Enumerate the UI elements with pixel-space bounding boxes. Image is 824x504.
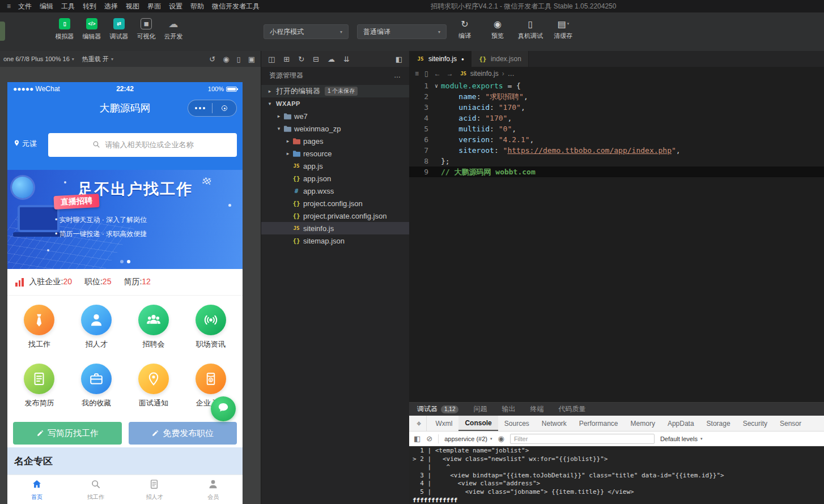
grid-item-find-talent[interactable]: 招人才 bbox=[68, 305, 125, 353]
devtools-tab-Sensor[interactable]: Sensor bbox=[774, 416, 808, 431]
hot-reload-toggle[interactable]: 热重载 开 ▾ bbox=[82, 55, 113, 63]
clear-cache-button[interactable]: ▤▾清缓存 bbox=[549, 18, 577, 40]
devtools-tab-Security[interactable]: Security bbox=[737, 416, 774, 431]
split-editor-icon[interactable]: ◧ bbox=[396, 55, 402, 63]
console-line[interactable]: 1 | <template name="joblist"> bbox=[413, 447, 824, 455]
cloud-dev-toggle[interactable]: ☁云开发 bbox=[160, 18, 187, 41]
search-input[interactable]: 请输入相关职位或企业名称 bbox=[48, 133, 237, 157]
tree-item-project.private.config.json[interactable]: {}project.private.config.json bbox=[261, 210, 409, 222]
context-select[interactable]: appservice (#2) ▾ bbox=[444, 435, 492, 442]
clear-console-icon[interactable]: ⊘ bbox=[426, 434, 432, 443]
tab-find-talent[interactable]: 招人才 bbox=[125, 475, 184, 504]
project-root[interactable]: ▾ WXAPP bbox=[261, 97, 409, 110]
menu-item-4[interactable]: 选择 bbox=[100, 2, 122, 11]
console-line[interactable]: 5 | <view class="jobname"> {{item.title}… bbox=[413, 488, 824, 497]
code-area[interactable]: 1∨module.exports = {2 name: "求职招聘",3 uni… bbox=[409, 80, 824, 402]
back-icon[interactable]: ← bbox=[434, 70, 441, 78]
log-levels-select[interactable]: Default levels ▾ bbox=[660, 435, 703, 442]
sidebar-toggle-icon[interactable]: ◧ bbox=[414, 434, 421, 443]
tab-home[interactable]: 首页 bbox=[7, 475, 66, 504]
tree-item-weixinmao_zp[interactable]: ▾weixinmao_zp bbox=[261, 122, 409, 135]
window-menu-icon[interactable]: ≡ bbox=[3, 2, 14, 10]
inspect-element-icon[interactable]: ⌖ bbox=[411, 416, 427, 431]
code-line-3[interactable]: 3 uniacid: "170", bbox=[409, 102, 824, 113]
user-avatar[interactable] bbox=[0, 22, 5, 41]
code-line-8[interactable]: 8 }; bbox=[409, 156, 824, 166]
devtools-tab-Network[interactable]: Network bbox=[536, 416, 573, 431]
tree-item-pages[interactable]: ▸pages bbox=[261, 135, 409, 147]
menu-item-9[interactable]: 微信开发者工具 bbox=[208, 2, 264, 11]
open-editors-section[interactable]: ▸ 打开的编辑器 1 个未保存 bbox=[261, 85, 409, 97]
panel-tab-output[interactable]: 输出 bbox=[502, 404, 515, 414]
grid-item-post-resume[interactable]: 发布简历 bbox=[11, 364, 68, 412]
menu-item-8[interactable]: 帮助 bbox=[186, 2, 208, 11]
tree-item-resource[interactable]: ▸resource bbox=[261, 147, 409, 160]
code-line-1[interactable]: 1∨module.exports = { bbox=[409, 80, 824, 91]
menu-item-2[interactable]: 工具 bbox=[57, 2, 79, 11]
new-folder-icon[interactable]: ⊞ bbox=[283, 55, 290, 63]
new-file-icon[interactable]: ◫ bbox=[268, 55, 275, 63]
code-line-6[interactable]: 6 version: "4.2.1", bbox=[409, 134, 824, 145]
tab-find-job[interactable]: 找工作 bbox=[66, 475, 125, 504]
location-button[interactable]: 元谋 bbox=[13, 139, 37, 149]
tree-item-app.json[interactable]: {}app.json bbox=[261, 172, 409, 185]
tree-item-app.wxss[interactable]: #app.wxss bbox=[261, 185, 409, 197]
device-frame-icon[interactable]: ▯ bbox=[237, 55, 241, 63]
grid-item-career-news[interactable]: 职场资讯 bbox=[182, 305, 239, 353]
editor-toggle[interactable]: </>编辑器 bbox=[78, 18, 105, 41]
compile-select[interactable]: 普通编译 ▾ bbox=[357, 24, 447, 39]
panel-tab-code-quality[interactable]: 代码质量 bbox=[558, 404, 585, 414]
console-line[interactable]: > 2 | <view class="newslist" wx:for="{{j… bbox=[413, 455, 824, 464]
visualizer-toggle[interactable]: ▦可视化 bbox=[133, 18, 160, 41]
refresh-icon[interactable]: ↻ bbox=[298, 55, 304, 63]
tree-item-we7[interactable]: ▸we7 bbox=[261, 110, 409, 122]
dot-active[interactable] bbox=[127, 260, 130, 263]
more-button[interactable] bbox=[188, 100, 212, 116]
console-filter-input[interactable] bbox=[510, 434, 655, 444]
carousel-dots[interactable] bbox=[120, 260, 130, 263]
panel-tab-debugger[interactable]: 调试器1,12 bbox=[417, 404, 458, 414]
devtools-tab-AppData[interactable]: AppData bbox=[661, 416, 700, 431]
editor-tab-index.json[interactable]: {}index.json bbox=[472, 51, 529, 67]
tree-item-sitemap.json[interactable]: {}sitemap.json bbox=[261, 234, 409, 247]
menu-item-7[interactable]: 设置 bbox=[165, 2, 186, 11]
menu-item-6[interactable]: 界面 bbox=[143, 2, 165, 11]
tree-item-siteinfo.js[interactable]: JSsiteinfo.js bbox=[261, 222, 409, 234]
post-job-button[interactable]: 免费发布职位 bbox=[129, 422, 237, 445]
forward-icon[interactable]: → bbox=[447, 70, 453, 78]
console-line[interactable]: ffffffffffff bbox=[413, 497, 824, 504]
editor-tab-siteinfo.js[interactable]: JSsiteinfo.js● bbox=[409, 51, 472, 67]
code-line-7[interactable]: 7 siteroot: "https://demo.ttbobo.com/app… bbox=[409, 145, 824, 156]
more-actions-button[interactable]: … bbox=[394, 71, 401, 79]
console-output[interactable]: 1 | <template name="joblist">> 2 | <view… bbox=[409, 446, 824, 504]
code-line-5[interactable]: 5 multiid: "0", bbox=[409, 123, 824, 134]
close-miniprogram-button[interactable] bbox=[213, 100, 236, 116]
panel-tab-problems[interactable]: 问题 bbox=[473, 404, 487, 414]
menu-item-0[interactable]: 文件 bbox=[14, 2, 36, 11]
rotate-icon[interactable]: ↺ bbox=[209, 55, 215, 63]
multi-window-icon[interactable]: ▣ bbox=[248, 55, 255, 63]
promo-banner[interactable]: 足不出户找工作 直播招聘 • 实时聊天互动 · 深入了解岗位• 简历一键投递 ·… bbox=[7, 170, 243, 269]
dot[interactable] bbox=[120, 260, 124, 263]
devtools-tab-Wxml[interactable]: Wxml bbox=[429, 416, 458, 431]
eye-icon[interactable]: ◉ bbox=[498, 434, 504, 443]
cloud-sync-icon[interactable]: ☁ bbox=[328, 55, 335, 63]
console-line[interactable]: 3 | <view bindtap="{{item.toJobDetail}}"… bbox=[413, 472, 824, 480]
code-line-2[interactable]: 2 name: "求职招聘", bbox=[409, 91, 824, 102]
grid-item-favorites[interactable]: 我的收藏 bbox=[68, 364, 125, 412]
simulator-toggle[interactable]: ▯模拟器 bbox=[51, 18, 78, 41]
menu-item-5[interactable]: 视图 bbox=[122, 2, 143, 11]
grid-item-interview-notice[interactable]: 面试通知 bbox=[125, 364, 182, 412]
debugger-toggle[interactable]: ⇄调试器 bbox=[105, 18, 133, 41]
console-line[interactable]: | ^ bbox=[413, 463, 824, 472]
devtools-tab-Performance[interactable]: Performance bbox=[573, 416, 625, 431]
devtools-tab-Storage[interactable]: Storage bbox=[700, 416, 737, 431]
record-icon[interactable]: ◉ bbox=[223, 55, 229, 63]
bookmark-icon[interactable]: ▯ bbox=[424, 70, 428, 78]
remote-debug-button[interactable]: ▯真机调试 bbox=[516, 18, 545, 40]
outline-icon[interactable]: ≡ bbox=[415, 70, 419, 78]
console-line[interactable]: 4 | <view class="address"> bbox=[413, 480, 824, 488]
grid-item-job-fair[interactable]: 招聘会 bbox=[125, 305, 182, 353]
menu-item-1[interactable]: 编辑 bbox=[36, 2, 57, 11]
tab-member[interactable]: 会员 bbox=[184, 475, 243, 504]
